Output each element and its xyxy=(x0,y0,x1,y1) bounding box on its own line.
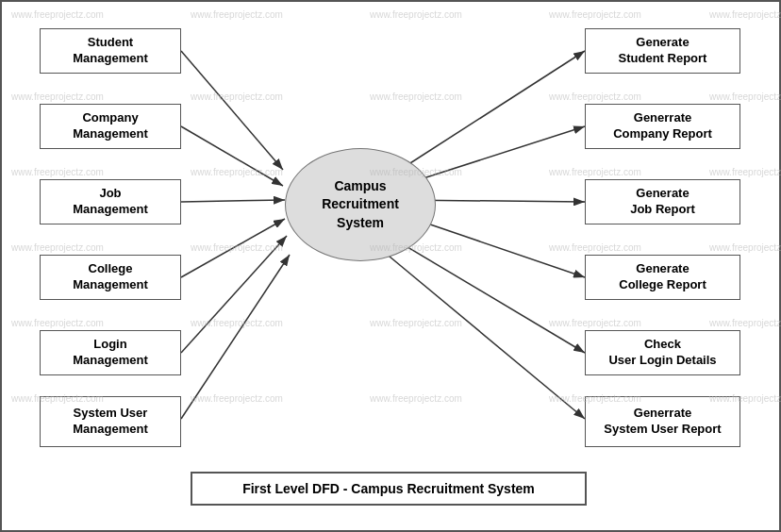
watermark: www.freeprojectz.com xyxy=(191,9,283,20)
watermark: www.freeprojectz.com xyxy=(709,9,781,20)
student-management-node: Student Management xyxy=(40,28,181,74)
watermark: www.freeprojectz.com xyxy=(11,91,104,102)
svg-line-7 xyxy=(181,255,290,419)
watermark: www.freeprojectz.com xyxy=(549,242,641,253)
watermark: www.freeprojectz.com xyxy=(191,318,283,328)
svg-line-4 xyxy=(181,200,285,202)
job-management-node: Job Management xyxy=(40,179,181,224)
svg-line-3 xyxy=(181,126,283,186)
system-user-management-label: System User Management xyxy=(73,406,147,438)
generate-company-report-label: Generrate Company Report xyxy=(613,110,712,142)
watermark: www.freeprojectz.com xyxy=(191,242,283,253)
watermark: www.freeprojectz.com xyxy=(709,318,781,328)
company-management-label: Company Management xyxy=(73,110,147,142)
generate-job-report-node: Generate Job Report xyxy=(585,179,740,224)
watermark: www.freeprojectz.com xyxy=(191,167,283,177)
watermark: www.freeprojectz.com xyxy=(11,167,104,177)
system-user-management-node: System User Management xyxy=(40,396,181,447)
svg-line-6 xyxy=(181,236,287,353)
center-node: Campus Recruitment System xyxy=(285,148,436,261)
watermark: www.freeprojectz.com xyxy=(11,242,104,253)
caption-label: First Level DFD - Campus Recruitment Sys… xyxy=(242,481,535,496)
watermark: www.freeprojectz.com xyxy=(11,318,104,328)
watermark: www.freeprojectz.com xyxy=(370,9,462,20)
caption-box: First Level DFD - Campus Recruitment Sys… xyxy=(191,472,587,506)
svg-line-13 xyxy=(384,252,585,419)
watermark: www.freeprojectz.com xyxy=(370,393,462,404)
watermark: www.freeprojectz.com xyxy=(709,91,781,102)
job-management-label: Job Management xyxy=(73,186,147,218)
watermark: www.freeprojectz.com xyxy=(191,91,283,102)
check-login-node: Check User Login Details xyxy=(585,330,740,375)
watermark: www.freeprojectz.com xyxy=(191,393,283,404)
generate-student-report-node: Generate Student Report xyxy=(585,28,740,74)
student-management-label: Student Management xyxy=(73,35,147,67)
login-management-node: Login Management xyxy=(40,330,181,375)
svg-line-5 xyxy=(181,219,285,277)
watermark: www.freeprojectz.com xyxy=(549,167,641,177)
watermark: www.freeprojectz.com xyxy=(709,242,781,253)
company-management-node: Company Management xyxy=(40,104,181,149)
svg-line-8 xyxy=(400,51,585,170)
svg-line-2 xyxy=(181,51,283,170)
svg-line-12 xyxy=(389,236,585,353)
watermark: www.freeprojectz.com xyxy=(709,167,781,177)
generate-college-report-label: Generate College Report xyxy=(619,261,706,293)
college-management-node: College Management xyxy=(40,255,181,300)
check-login-label: Check User Login Details xyxy=(608,337,716,369)
watermark: www.freeprojectz.com xyxy=(549,91,641,102)
watermark: www.freeprojectz.com xyxy=(549,318,641,328)
watermark: www.freeprojectz.com xyxy=(549,9,641,20)
login-management-label: Login Management xyxy=(73,337,147,369)
watermark: www.freeprojectz.com xyxy=(370,91,462,102)
generate-college-report-node: Generate College Report xyxy=(585,255,740,300)
college-management-label: College Management xyxy=(73,261,147,293)
watermark: www.freeprojectz.com xyxy=(370,318,462,328)
generate-job-report-label: Generate Job Report xyxy=(630,186,695,218)
svg-line-9 xyxy=(400,126,585,186)
generate-student-report-label: Generate Student Report xyxy=(619,35,707,67)
diagram-container: www.freeprojectz.com www.freeprojectz.co… xyxy=(0,0,781,532)
center-label: Campus Recruitment System xyxy=(322,177,399,233)
generate-system-report-node: Generrate System User Report xyxy=(585,396,740,447)
generate-company-report-node: Generrate Company Report xyxy=(585,104,740,149)
generate-system-report-label: Generrate System User Report xyxy=(604,406,721,438)
watermark: www.freeprojectz.com xyxy=(11,9,104,20)
